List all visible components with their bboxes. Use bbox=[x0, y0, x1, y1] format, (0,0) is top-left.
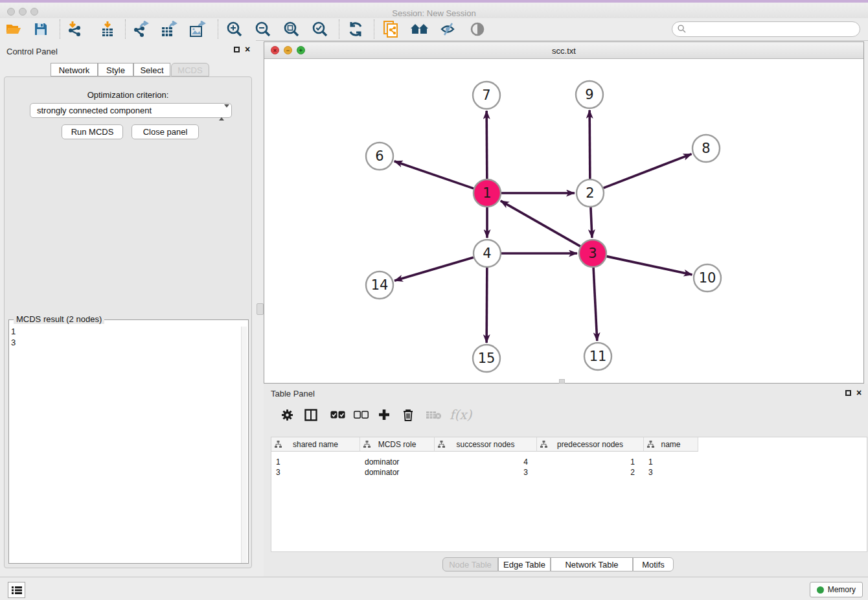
graph-node-label-9: 9 bbox=[585, 87, 593, 102]
graph-node-label-10: 10 bbox=[699, 270, 716, 286]
select-all-icon[interactable] bbox=[330, 406, 345, 424]
tab-motifs[interactable]: Motifs bbox=[633, 557, 674, 571]
float-table-panel-icon[interactable] bbox=[845, 390, 851, 396]
table-cell[interactable]: 1 bbox=[644, 457, 698, 467]
graph-edge-4-15[interactable] bbox=[486, 268, 487, 343]
graph-node-label-11: 11 bbox=[589, 349, 607, 364]
split-divider-handle[interactable] bbox=[257, 303, 264, 315]
search-field[interactable] bbox=[672, 21, 860, 37]
network-window-titlebar[interactable]: × − + scc.txt bbox=[264, 42, 863, 59]
criterion-select[interactable]: strongly connected component bbox=[30, 103, 232, 118]
criterion-select-value: strongly connected component bbox=[37, 106, 152, 115]
import-network-icon[interactable] bbox=[66, 20, 86, 38]
select-stepper-icon bbox=[219, 106, 225, 116]
mcds-result-text: 1 3 bbox=[11, 326, 231, 348]
zoom-fit-icon[interactable] bbox=[282, 20, 301, 38]
search-input[interactable] bbox=[672, 21, 860, 37]
home-layout-icon[interactable] bbox=[410, 20, 429, 38]
network-canvas[interactable]: 7968124314101511 bbox=[264, 59, 863, 383]
column-header-name[interactable]: name bbox=[644, 437, 698, 452]
float-panel-icon[interactable] bbox=[234, 47, 240, 52]
export-image-icon[interactable] bbox=[188, 20, 207, 38]
memory-button[interactable]: Memory bbox=[810, 582, 863, 597]
table-cell[interactable]: 3 bbox=[435, 467, 537, 478]
table-cell[interactable]: 3 bbox=[644, 467, 698, 478]
table-cell[interactable]: dominator bbox=[360, 467, 435, 478]
tab-network[interactable]: Network bbox=[51, 63, 98, 76]
table-tabs: Node Table Edge Table Network Table Moti… bbox=[264, 557, 868, 573]
settings-gear-icon[interactable] bbox=[281, 406, 293, 424]
tab-select[interactable]: Select bbox=[133, 63, 170, 76]
column-layout-icon[interactable] bbox=[304, 406, 317, 424]
mcds-panel: Optimization criterion: strongly connect… bbox=[4, 76, 252, 568]
function-builder-icon[interactable]: f(x) bbox=[450, 406, 472, 424]
save-session-icon[interactable] bbox=[31, 20, 51, 38]
toolbar-separator bbox=[339, 19, 339, 39]
graph-node-label-14: 14 bbox=[371, 277, 389, 293]
close-table-panel-icon[interactable]: × bbox=[856, 389, 862, 396]
result-scrollbar[interactable] bbox=[241, 327, 247, 563]
tab-edge-table[interactable]: Edge Table bbox=[498, 557, 551, 571]
tab-node-table[interactable]: Node Table bbox=[442, 557, 498, 571]
close-panel-button[interactable]: Close panel bbox=[131, 124, 199, 139]
zoom-out-icon[interactable] bbox=[253, 20, 273, 38]
memory-status-icon bbox=[817, 586, 824, 594]
graph-edge-2-8[interactable] bbox=[604, 154, 692, 188]
export-network-icon[interactable] bbox=[131, 20, 151, 38]
table-cell[interactable]: 4 bbox=[435, 457, 537, 467]
table-cell[interactable]: dominator bbox=[360, 457, 435, 467]
resize-handle[interactable] bbox=[559, 379, 565, 384]
close-panel-icon[interactable]: × bbox=[245, 46, 250, 52]
graph-edge-2-9[interactable] bbox=[589, 110, 590, 179]
graph-edge-1-7[interactable] bbox=[486, 111, 487, 179]
tab-network-table[interactable]: Network Table bbox=[551, 557, 633, 571]
table-cell[interactable]: 2 bbox=[537, 467, 644, 478]
graph-edge-1-6[interactable] bbox=[394, 161, 474, 189]
import-table-icon[interactable] bbox=[98, 20, 117, 38]
graph-edge-3-11[interactable] bbox=[593, 268, 597, 341]
run-mcds-button[interactable]: Run MCDS bbox=[62, 124, 123, 139]
refresh-icon[interactable] bbox=[346, 20, 365, 38]
graph-node-label-3: 3 bbox=[588, 246, 597, 261]
optimization-criterion-label: Optimization criterion: bbox=[5, 90, 251, 100]
open-session-icon[interactable] bbox=[4, 20, 23, 38]
tab-style[interactable]: Style bbox=[98, 63, 133, 76]
graph-node-label-8: 8 bbox=[702, 141, 710, 156]
app-title: Session: New Session bbox=[0, 8, 868, 18]
mcds-result-title: MCDS result (2 nodes) bbox=[14, 314, 104, 324]
delete-column-icon[interactable] bbox=[403, 406, 413, 424]
node-table[interactable]: shared nameMCDS rolesuccessor nodesprede… bbox=[271, 437, 867, 552]
zoom-in-icon[interactable] bbox=[225, 20, 244, 38]
graph-edge-3-10[interactable] bbox=[607, 257, 692, 275]
main-toolbar bbox=[0, 18, 868, 41]
graph-node-label-15: 15 bbox=[478, 351, 496, 366]
export-table-icon[interactable] bbox=[159, 20, 179, 38]
graph-node-label-4: 4 bbox=[483, 246, 491, 261]
tab-mcds[interactable]: MCDS bbox=[171, 63, 209, 76]
column-header-predecessor-nodes[interactable]: predecessor nodes bbox=[537, 437, 644, 452]
graph-node-label-2: 2 bbox=[586, 185, 594, 201]
status-bar: Memory bbox=[0, 577, 868, 600]
network-from-file-icon[interactable] bbox=[382, 20, 401, 38]
zoom-selected-icon[interactable] bbox=[310, 20, 330, 38]
column-header-shared-name[interactable]: shared name bbox=[271, 437, 360, 452]
table-cell[interactable]: 1 bbox=[271, 457, 360, 467]
deselect-all-icon[interactable] bbox=[354, 406, 369, 424]
table-panel: Table Panel × f(x) shared nameMCDS roles… bbox=[264, 384, 868, 577]
graph-edge-4-14[interactable] bbox=[394, 257, 474, 281]
show-panel-icon[interactable] bbox=[468, 20, 487, 38]
graph-node-label-1: 1 bbox=[483, 185, 491, 201]
table-toolbar: f(x) bbox=[271, 403, 863, 428]
table-cell[interactable]: 1 bbox=[537, 457, 644, 467]
delete-table-icon[interactable] bbox=[426, 406, 442, 424]
toolbar-separator bbox=[218, 19, 218, 39]
column-header-MCDS-role[interactable]: MCDS role bbox=[360, 437, 435, 452]
table-cell[interactable]: 3 bbox=[271, 467, 360, 478]
hide-panel-icon[interactable] bbox=[439, 20, 458, 38]
add-column-icon[interactable] bbox=[378, 406, 390, 424]
graph-edge-2-3[interactable] bbox=[591, 207, 592, 238]
mcds-result-box bbox=[8, 319, 249, 564]
column-header-successor-nodes[interactable]: successor nodes bbox=[435, 437, 537, 452]
graph-edge-3-1[interactable] bbox=[501, 201, 580, 246]
task-history-button[interactable] bbox=[8, 582, 25, 598]
